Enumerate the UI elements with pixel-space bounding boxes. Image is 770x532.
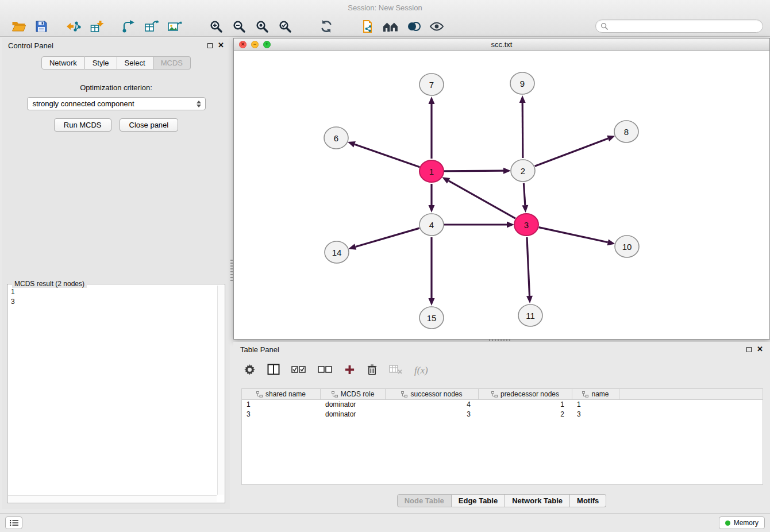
import-network-icon	[66, 20, 81, 33]
save-session-button[interactable]	[30, 18, 53, 35]
network-canvas[interactable]: 7968124314101511	[234, 51, 769, 339]
table-tab-edge-table[interactable]: Edge Table	[452, 494, 505, 507]
float-table-panel-icon[interactable]	[746, 347, 752, 352]
graph-node-8[interactable]: 8	[614, 121, 638, 142]
table-row[interactable]: 3dominator323	[242, 410, 763, 419]
window-titlebar: Session: New Session	[0, 0, 770, 16]
graph-edge-4-14[interactable]	[356, 228, 419, 246]
open-session-button[interactable]	[7, 18, 30, 35]
node-label: 11	[526, 311, 535, 321]
edge-arrowhead	[607, 239, 615, 245]
graph-node-10[interactable]: 10	[615, 236, 639, 257]
graph-node-2[interactable]: 2	[511, 160, 535, 182]
result-horizontal-scrollbar[interactable]	[8, 495, 217, 502]
image-export-icon	[167, 20, 182, 33]
control-panel-header: Control Panel ✕	[2, 38, 230, 53]
graph-node-1[interactable]: 1	[419, 160, 444, 182]
mcds-result-box[interactable]: MCDS result (2 nodes) 13	[7, 284, 225, 503]
network-window: ✕ − + scc.txt 7968124314101511	[233, 38, 770, 340]
maximize-window-button[interactable]: +	[263, 41, 271, 48]
graph-node-15[interactable]: 15	[419, 307, 444, 329]
graph-node-14[interactable]: 14	[325, 241, 349, 263]
refresh-layout-button[interactable]	[315, 18, 338, 35]
graph-node-7[interactable]: 7	[419, 74, 444, 95]
graph-edge-3-10[interactable]	[538, 228, 607, 242]
new-table-button[interactable]	[140, 18, 163, 35]
graph-node-11[interactable]: 11	[518, 304, 542, 326]
import-network-file-button[interactable]	[62, 18, 85, 35]
table-row[interactable]: 1dominator411	[242, 400, 763, 410]
delete-table-button[interactable]	[389, 364, 403, 377]
clone-network-button[interactable]	[356, 18, 379, 35]
column-header-shared_name[interactable]: shared name	[242, 389, 321, 399]
graph-edge-3-11[interactable]	[527, 237, 530, 296]
column-header-successor[interactable]: successor nodes	[386, 389, 479, 399]
column-header-name[interactable]: name	[572, 389, 619, 399]
column-header-mcds_role[interactable]: MCDS role	[321, 389, 386, 399]
import-table-file-button[interactable]	[85, 18, 108, 35]
table-settings-button[interactable]	[244, 364, 256, 378]
search-box[interactable]	[595, 20, 763, 33]
graph-node-4[interactable]: 4	[419, 214, 444, 236]
checked-boxes-icon	[291, 365, 306, 374]
vertical-splitter-handle[interactable]	[230, 260, 233, 282]
deselect-all-button[interactable]	[318, 365, 333, 376]
zoom-out-button[interactable]	[228, 18, 251, 35]
style-venn-button[interactable]	[402, 18, 425, 35]
graph-edge-1-6[interactable]	[355, 144, 419, 167]
graph-edge-1-2[interactable]	[444, 171, 503, 171]
export-image-button[interactable]	[163, 18, 186, 35]
result-vertical-scrollbar[interactable]	[217, 286, 224, 495]
zoom-in-button[interactable]	[205, 18, 228, 35]
function-builder-button[interactable]: f(x)	[414, 365, 428, 376]
tab-mcds[interactable]: MCDS	[153, 56, 191, 70]
memory-status-dot	[725, 521, 730, 526]
close-panel-icon[interactable]: ✕	[218, 43, 224, 48]
float-panel-icon[interactable]	[207, 43, 213, 48]
share-network-icon	[122, 20, 136, 33]
node-table: shared nameMCDS rolesuccessor nodesprede…	[241, 388, 763, 485]
network-window-title: scc.txt	[491, 40, 513, 49]
graph-edge-2-3[interactable]	[523, 183, 525, 205]
memory-button[interactable]: Memory	[719, 516, 765, 529]
graph-edge-2-9[interactable]	[522, 103, 523, 158]
select-all-button[interactable]	[291, 365, 306, 376]
table-tab-node-table[interactable]: Node Table	[397, 494, 452, 507]
table-tab-motifs[interactable]: Motifs	[570, 494, 606, 507]
delete-button[interactable]	[367, 364, 378, 378]
add-column-button[interactable]	[344, 364, 355, 377]
graph-node-3[interactable]: 3	[514, 214, 538, 236]
edge-arrowhead	[429, 205, 435, 213]
close-window-button[interactable]: ✕	[239, 41, 247, 48]
delete-table-icon	[389, 364, 403, 375]
edge-arrowhead	[526, 296, 533, 303]
graph-node-6[interactable]: 6	[324, 127, 348, 149]
search-icon	[600, 22, 608, 30]
close-panel-button[interactable]: Close panel	[120, 118, 179, 132]
houses-icon	[383, 20, 399, 33]
split-columns-button[interactable]	[267, 364, 280, 377]
graph-edge-3-1[interactable]	[449, 181, 515, 219]
column-type-icon	[332, 391, 338, 398]
search-input[interactable]	[611, 22, 758, 30]
minimize-window-button[interactable]: −	[251, 41, 259, 48]
tab-select[interactable]: Select	[117, 56, 153, 70]
zoom-fit-button[interactable]	[251, 18, 274, 35]
run-mcds-button[interactable]: Run MCDS	[54, 118, 111, 132]
tab-network[interactable]: Network	[41, 56, 85, 70]
graph-edge-2-8[interactable]	[535, 138, 609, 166]
column-header-predecessor[interactable]: predecessor nodes	[479, 389, 572, 399]
tab-style[interactable]: Style	[85, 56, 117, 70]
graph-node-9[interactable]: 9	[510, 72, 534, 94]
show-panels-button[interactable]	[5, 516, 22, 529]
table-tab-network-table[interactable]: Network Table	[505, 494, 570, 507]
close-table-panel-icon[interactable]: ✕	[757, 346, 763, 352]
network-window-titlebar[interactable]: ✕ − + scc.txt	[234, 38, 769, 51]
control-panel-tabs: NetworkStyleSelectMCDS	[2, 56, 230, 70]
mcds-result-list: 13	[11, 287, 215, 494]
show-graphics-button[interactable]	[425, 18, 448, 35]
nested-networks-button[interactable]	[379, 18, 402, 35]
optimization-criterion-select[interactable]: strongly connected component	[27, 97, 206, 110]
zoom-selected-button[interactable]	[274, 18, 297, 35]
new-network-button[interactable]	[117, 18, 140, 35]
